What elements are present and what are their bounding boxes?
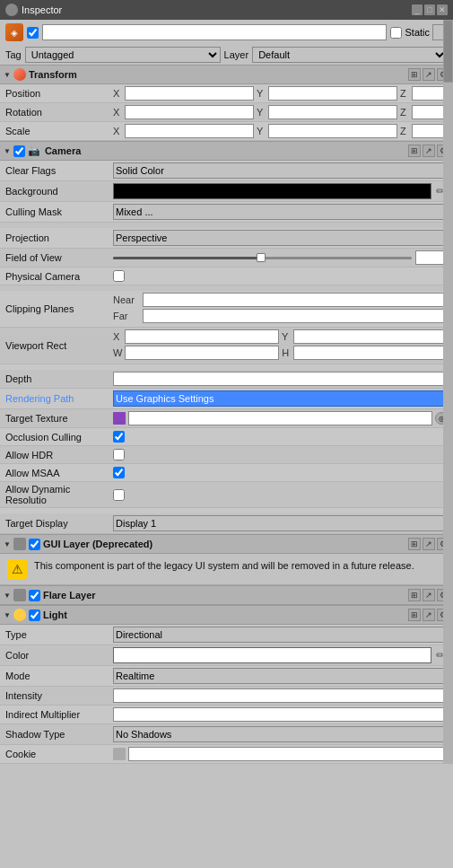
- viewport-y-input[interactable]: 0: [293, 329, 448, 344]
- warning-icon: ⚠: [7, 559, 27, 579]
- title-bar-controls: _ □ ✕: [412, 4, 448, 15]
- allow-dynamic-checkbox[interactable]: [113, 489, 125, 501]
- light-color-label: Color: [5, 650, 113, 661]
- close-button[interactable]: ✕: [437, 4, 448, 15]
- transform-settings-btn[interactable]: ↗: [423, 68, 435, 81]
- target-texture-input[interactable]: Bottom: [128, 411, 432, 425]
- allow-hdr-label: Allow HDR: [5, 450, 113, 460]
- shadow-type-select[interactable]: No Shadows: [113, 726, 448, 742]
- camera-arrow[interactable]: ▼: [4, 147, 11, 155]
- projection-select[interactable]: Perspective: [113, 230, 448, 246]
- allow-msaa-checkbox[interactable]: [113, 467, 125, 478]
- rendering-path-select[interactable]: Use Graphics Settings: [113, 390, 448, 407]
- indirect-multiplier-value: 1: [113, 707, 448, 722]
- background-value: ✏: [113, 183, 448, 199]
- background-row: Background ✏: [0, 181, 453, 202]
- clipping-group: Near 0.3 Far 1000: [113, 293, 448, 325]
- intensity-input[interactable]: 0.25: [113, 688, 448, 703]
- target-display-select[interactable]: Display 1: [113, 515, 448, 531]
- pos-x-label: X: [113, 88, 122, 99]
- scale-y-input[interactable]: 1: [268, 124, 397, 138]
- flare-layer-enabled-checkbox[interactable]: [29, 590, 40, 601]
- fov-slider-thumb[interactable]: [257, 253, 266, 262]
- flare-layer-arrow[interactable]: ▼: [4, 592, 11, 600]
- gui-layer-warning-text: This component is part of the legacy UI …: [34, 559, 446, 573]
- layer-label: Layer: [224, 49, 249, 60]
- scrollbar[interactable]: [443, 20, 453, 764]
- target-texture-value: Bottom ◎: [113, 411, 448, 425]
- flare-layer-settings-btn[interactable]: ↗: [423, 589, 435, 601]
- gui-layer-arrow[interactable]: ▼: [4, 540, 11, 548]
- layer-select[interactable]: Default: [252, 47, 448, 63]
- intensity-value: 0.25: [113, 688, 448, 703]
- depth-value: -1: [113, 372, 448, 386]
- position-x-input[interactable]: 0: [125, 86, 254, 101]
- rendering-path-label[interactable]: Rendering Path: [5, 393, 113, 404]
- rot-y-label: Y: [257, 107, 266, 118]
- light-arrow[interactable]: ▼: [4, 611, 11, 619]
- clipping-near-input[interactable]: 0.3: [143, 293, 448, 307]
- scale-row: Scale X 1 Y 1 Z 1: [0, 122, 453, 141]
- physical-camera-checkbox[interactable]: [113, 270, 125, 282]
- cookie-input[interactable]: None (Texture): [128, 747, 448, 761]
- projection-label: Projection: [5, 232, 113, 243]
- camera-enabled-checkbox[interactable]: [13, 145, 25, 157]
- fov-slider-track[interactable]: [113, 257, 412, 259]
- gui-layer-enabled-checkbox[interactable]: [29, 539, 40, 550]
- light-color-swatch[interactable]: [113, 647, 431, 663]
- flare-layer-link-btn[interactable]: ⊞: [408, 589, 421, 601]
- object-active-checkbox[interactable]: [27, 27, 39, 39]
- flare-layer-section-header: ▼ Flare Layer ⊞ ↗ ⚙: [0, 585, 453, 605]
- depth-input[interactable]: -1: [113, 372, 448, 386]
- viewport-x-input[interactable]: 0: [125, 329, 279, 344]
- rotation-x-input[interactable]: 0: [125, 105, 254, 119]
- viewport-w-input[interactable]: 1: [125, 346, 279, 360]
- scrollbar-thumb[interactable]: [443, 20, 453, 83]
- scl-y-label: Y: [257, 126, 266, 136]
- maximize-button[interactable]: □: [424, 4, 435, 15]
- clipping-far-input[interactable]: 1000: [143, 309, 448, 323]
- occlusion-culling-checkbox[interactable]: [113, 431, 125, 443]
- culling-mask-value: Mixed ...: [113, 204, 448, 220]
- light-type-select[interactable]: Directional: [113, 627, 448, 643]
- light-mode-row: Mode Realtime: [0, 666, 453, 687]
- minimize-button[interactable]: _: [412, 4, 423, 15]
- allow-hdr-checkbox[interactable]: [113, 449, 125, 460]
- light-mode-select[interactable]: Realtime: [113, 668, 448, 684]
- allow-dynamic-row: Allow Dynamic Resolutio: [0, 482, 453, 508]
- transform-link-btn[interactable]: ⊞: [408, 68, 421, 81]
- camera-link-btn[interactable]: ⊞: [408, 145, 421, 157]
- indirect-multiplier-input[interactable]: 1: [113, 707, 448, 722]
- rotation-y-input[interactable]: 0: [268, 105, 397, 119]
- camera-section-icon: 📷: [28, 145, 40, 157]
- transform-icon: [13, 68, 26, 81]
- clear-flags-select[interactable]: Solid Color: [113, 162, 448, 179]
- target-display-row: Target Display Display 1: [0, 513, 453, 534]
- scale-x-input[interactable]: 1: [125, 124, 254, 138]
- gui-layer-settings-btn[interactable]: ↗: [423, 538, 435, 550]
- tag-select[interactable]: Untagged: [25, 47, 221, 63]
- transform-arrow[interactable]: ▼: [4, 71, 11, 79]
- viewport-h-input[interactable]: 1: [293, 346, 448, 360]
- physical-camera-row: Physical Camera: [0, 267, 453, 285]
- light-enabled-checkbox[interactable]: [29, 609, 40, 621]
- object-name-input[interactable]: BottomCam: [42, 24, 387, 40]
- position-y-input[interactable]: 0: [268, 86, 397, 101]
- flare-layer-icon: [13, 589, 26, 601]
- background-color-swatch[interactable]: [113, 183, 431, 199]
- light-link-btn[interactable]: ⊞: [408, 609, 421, 621]
- light-icon: [13, 609, 26, 621]
- culling-mask-select[interactable]: Mixed ...: [113, 204, 448, 220]
- shadow-type-row: Shadow Type No Shadows: [0, 724, 453, 745]
- target-display-value: Display 1: [113, 515, 448, 531]
- light-settings-btn[interactable]: ↗: [423, 609, 435, 621]
- camera-section-header: ▼ 📷 Camera ⊞ ↗ ⚙: [0, 141, 453, 161]
- gui-layer-link-btn[interactable]: ⊞: [408, 538, 421, 550]
- static-label: Static: [405, 27, 430, 38]
- rot-x-label: X: [113, 107, 122, 118]
- fov-slider-container: 60: [113, 250, 448, 265]
- camera-settings-btn[interactable]: ↗: [423, 145, 435, 157]
- light-mode-value: Realtime: [113, 668, 448, 684]
- light-mode-label: Mode: [5, 671, 113, 681]
- static-checkbox[interactable]: [390, 27, 402, 39]
